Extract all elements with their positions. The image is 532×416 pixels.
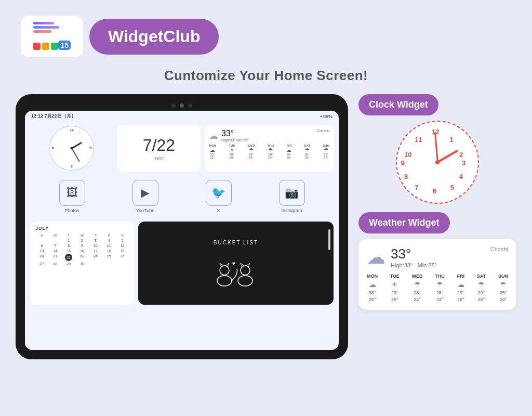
- weather-widget-display: ☁ 33° High:33° Min:25° Choshi MON☁33°25°…: [358, 239, 516, 310]
- cal-day: 15: [62, 249, 75, 253]
- app-icon-label: X: [217, 208, 220, 213]
- weather-week-row: MON☁33°25°TUE☀29°25°WED☂28°24°THU☂28°24°…: [367, 274, 508, 303]
- app-icon-item[interactable]: 📷Instagram: [279, 180, 305, 213]
- cal-day: 27: [35, 262, 48, 266]
- weather-week-col: WED☂28°24°: [412, 274, 423, 303]
- clock-num-8: 8: [404, 173, 408, 180]
- tablet-battery: ▪ 86%: [320, 114, 332, 119]
- calendar-month: JULY: [35, 226, 129, 231]
- cal-header: W: [76, 233, 89, 238]
- cal-day: [49, 238, 62, 243]
- weather-week-col: THU☂28°24°: [435, 274, 445, 303]
- cal-day: [35, 238, 48, 243]
- logo-icon: 15: [31, 21, 73, 52]
- weather-week-col: FRI☁29°26°: [457, 274, 465, 303]
- header: 15 WidgetClub: [0, 0, 532, 68]
- stripe-1: [33, 22, 54, 24]
- tablet-weather-high: High:33°: [221, 138, 235, 142]
- tablet-analog-clock: 12 3 6 9: [49, 126, 94, 171]
- dot-yellow: [42, 43, 49, 50]
- brand-pill: WidgetClub: [89, 19, 219, 55]
- tablet-status-bar: 12:12 7月22日（月） ▪ 86%: [25, 111, 339, 122]
- cal-day: 19: [116, 249, 129, 253]
- cal-day: 26: [116, 254, 129, 261]
- clock-num-2: 2: [459, 151, 463, 159]
- cal-header: S: [35, 233, 48, 238]
- clock-num-5: 5: [450, 184, 454, 191]
- cal-day: 7: [49, 243, 62, 248]
- tablet-weather-day: THU☂28°24°: [268, 144, 274, 159]
- cal-day: 9: [76, 243, 89, 248]
- app-icon-item[interactable]: ▶YouTube: [132, 180, 158, 213]
- weather-high: High:33°: [391, 262, 413, 268]
- weather-top-row: ☁ 33° High:33° Min:25° Choshi: [367, 246, 508, 268]
- tablet-weather-days: MON☁33°25°TUE☀28°26°WED☂28°24°THU☂28°24°…: [209, 144, 329, 159]
- clock-widget-section: Clock Widget 12 1 2 3 4 5 6 7 8 9 10 11: [358, 94, 516, 204]
- cal-day: 20: [35, 254, 48, 261]
- cal-header: F: [102, 233, 115, 238]
- cal-day: 6: [35, 243, 48, 248]
- clock-widget-display: 12 1 2 3 4 5 6 7 8 9 10 11: [396, 121, 479, 204]
- stripe-2: [33, 26, 59, 29]
- cal-day: 22: [65, 254, 72, 261]
- clock-num-3: 3: [462, 159, 466, 167]
- tablet-camera-1: [171, 103, 176, 108]
- clock-face-large: 12 1 2 3 4 5 6 7 8 9 10 11: [396, 121, 479, 204]
- tablet-weather-day: MON☁33°25°: [209, 144, 216, 159]
- tagline: Cuntomize Your Home Screen!: [0, 68, 532, 84]
- cal-day: 10: [89, 243, 102, 248]
- logo-box: 15: [21, 16, 83, 57]
- tablet-mockup: 12:12 7月22日（月） ▪ 86% 12 3 6 9: [16, 94, 348, 359]
- cal-day: 21: [49, 254, 62, 261]
- tablet-weather-day: SUN☂26°24°: [323, 144, 329, 159]
- tablet-weather-day: WED☂28°24°: [247, 144, 255, 159]
- app-icon-item[interactable]: 🐦X: [206, 180, 232, 213]
- brand-name: WidgetClub: [108, 27, 200, 46]
- tablet-widget-area: 12 3 6 9 7/22: [25, 122, 339, 175]
- app-icon-box: 📷: [279, 180, 305, 206]
- main-content: 12:12 7月22日（月） ▪ 86% 12 3 6 9: [0, 94, 532, 359]
- clock-num-10: 10: [404, 151, 411, 159]
- clock-num-7: 7: [415, 184, 418, 191]
- tablet-weather-main: ☁ 33° High:33° Min:25°: [209, 129, 249, 142]
- logo-number: 15: [58, 41, 71, 50]
- cal-header: M: [49, 233, 62, 238]
- clock-hour-hand: [437, 150, 458, 163]
- cal-day: 11: [102, 243, 115, 248]
- clock-widget-label: Clock Widget: [358, 94, 438, 115]
- cal-day: 14: [49, 249, 62, 253]
- tablet-weather-temp: 33°: [221, 129, 249, 138]
- cal-day: 5: [116, 238, 129, 243]
- cal-day: 2: [76, 238, 89, 243]
- app-icon-box: 🐦: [206, 180, 232, 206]
- tablet-weather-day: SAT☂28°26°: [304, 144, 311, 159]
- cal-day: 28: [49, 262, 62, 266]
- tablet-calendar-widget: JULY SMTWTFS1234567891011121314151617181…: [30, 222, 134, 305]
- tablet-weather-location: Choshu: [317, 129, 329, 133]
- clock-num-9: 9: [401, 159, 405, 167]
- weather-week-col: MON☁33°25°: [367, 274, 378, 303]
- logo-stripes: [33, 22, 59, 33]
- app-icon-label: Photos: [64, 208, 79, 213]
- right-panel: Clock Widget 12 1 2 3 4 5 6 7 8 9 10 11: [358, 94, 516, 310]
- cal-day: 16: [76, 249, 89, 253]
- cn6: 6: [71, 165, 72, 168]
- cal-day: 24: [89, 254, 102, 261]
- clock-center-dot: [435, 160, 440, 164]
- app-icon-item[interactable]: 🖼Photos: [59, 180, 85, 213]
- tablet-top-bar: [25, 103, 339, 108]
- tablet-camera-3: [188, 103, 192, 108]
- tablet-bottom: JULY SMTWTFS1234567891011121314151617181…: [25, 218, 339, 308]
- weather-cloud-icon: ☁: [367, 246, 385, 268]
- cn3: 3: [90, 147, 91, 150]
- weather-minmax: High:33° Min:25°: [391, 262, 437, 268]
- scroll-hint: [328, 229, 330, 250]
- weather-week-col: SAT☂29°26°: [477, 274, 486, 303]
- weather-widget-label: Weather Widget: [358, 212, 450, 233]
- tablet-weather-day: FRI☁29°26°: [286, 144, 291, 159]
- cal-day: 30: [76, 262, 89, 266]
- stripe-3: [33, 30, 51, 33]
- tablet-camera-2: [180, 103, 184, 108]
- cn12: 12: [70, 128, 74, 132]
- tablet-clock-container: 12 3 6 9: [30, 125, 113, 172]
